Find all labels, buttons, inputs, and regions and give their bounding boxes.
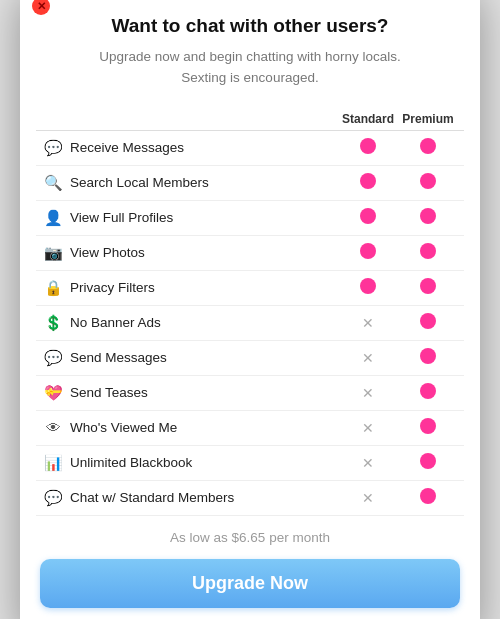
pricing-text: As low as $6.65 per month bbox=[20, 530, 480, 545]
standard-cell bbox=[338, 243, 398, 263]
cross-icon: ✕ bbox=[362, 350, 374, 366]
feature-label: Receive Messages bbox=[66, 140, 338, 155]
feature-label: Who's Viewed Me bbox=[66, 420, 338, 435]
feature-label: Send Messages bbox=[66, 350, 338, 365]
modal-header: Want to chat with other users? Upgrade n… bbox=[20, 0, 480, 98]
dot-pink bbox=[360, 278, 376, 294]
feature-label: Unlimited Blackbook bbox=[66, 455, 338, 470]
table-row: 📷 View Photos bbox=[36, 236, 464, 271]
premium-cell bbox=[398, 278, 458, 298]
cross-icon: ✕ bbox=[362, 385, 374, 401]
blackbook-icon: 📊 bbox=[40, 454, 66, 472]
standard-cell: ✕ bbox=[338, 349, 398, 367]
table-row: 💬 Chat w/ Standard Members ✕ bbox=[36, 481, 464, 516]
dot-pink bbox=[420, 488, 436, 504]
premium-cell bbox=[398, 138, 458, 158]
premium-cell bbox=[398, 383, 458, 403]
feature-label: Search Local Members bbox=[66, 175, 338, 190]
feature-label: View Full Profiles bbox=[66, 210, 338, 225]
dot-pink bbox=[420, 208, 436, 224]
cross-icon: ✕ bbox=[362, 455, 374, 471]
receive-messages-icon: 💬 bbox=[40, 139, 66, 157]
table-row: 🔒 Privacy Filters bbox=[36, 271, 464, 306]
premium-cell bbox=[398, 243, 458, 263]
dot-pink bbox=[420, 418, 436, 434]
dot-pink bbox=[420, 348, 436, 364]
col-header-standard: Standard bbox=[338, 112, 398, 126]
ads-icon: 💲 bbox=[40, 314, 66, 332]
feature-label: No Banner Ads bbox=[66, 315, 338, 330]
dot-pink bbox=[420, 173, 436, 189]
dot-pink bbox=[420, 243, 436, 259]
standard-cell bbox=[338, 173, 398, 193]
dot-pink bbox=[420, 313, 436, 329]
standard-cell: ✕ bbox=[338, 384, 398, 402]
upgrade-modal: ✕ Want to chat with other users? Upgrade… bbox=[20, 0, 480, 619]
dot-pink bbox=[360, 243, 376, 259]
teases-icon: 💝 bbox=[40, 384, 66, 402]
premium-cell bbox=[398, 418, 458, 438]
premium-cell bbox=[398, 313, 458, 333]
table-row: 💝 Send Teases ✕ bbox=[36, 376, 464, 411]
standard-cell bbox=[338, 138, 398, 158]
viewed-me-icon: 👁 bbox=[40, 419, 66, 436]
dot-pink bbox=[420, 278, 436, 294]
premium-cell bbox=[398, 173, 458, 193]
standard-cell: ✕ bbox=[338, 314, 398, 332]
features-table: Standard Premium 💬 Receive Messages 🔍 Se… bbox=[36, 112, 464, 516]
modal-subtitle: Upgrade now and begin chatting with horn… bbox=[44, 47, 456, 88]
dot-pink bbox=[420, 453, 436, 469]
profile-icon: 👤 bbox=[40, 209, 66, 227]
standard-cell: ✕ bbox=[338, 454, 398, 472]
dot-pink bbox=[420, 383, 436, 399]
table-row: 👁 Who's Viewed Me ✕ bbox=[36, 411, 464, 446]
cross-icon: ✕ bbox=[362, 490, 374, 506]
modal-title: Want to chat with other users? bbox=[44, 15, 456, 37]
dot-pink bbox=[420, 138, 436, 154]
privacy-icon: 🔒 bbox=[40, 279, 66, 297]
premium-cell bbox=[398, 453, 458, 473]
table-col-headers: Standard Premium bbox=[36, 112, 464, 126]
table-row: 👤 View Full Profiles bbox=[36, 201, 464, 236]
premium-cell bbox=[398, 488, 458, 508]
feature-label: View Photos bbox=[66, 245, 338, 260]
upgrade-button[interactable]: Upgrade Now bbox=[40, 559, 460, 608]
table-row: 💲 No Banner Ads ✕ bbox=[36, 306, 464, 341]
cross-icon: ✕ bbox=[362, 315, 374, 331]
dot-pink bbox=[360, 138, 376, 154]
table-row: 💬 Send Messages ✕ bbox=[36, 341, 464, 376]
feature-label: Privacy Filters bbox=[66, 280, 338, 295]
feature-label: Chat w/ Standard Members bbox=[66, 490, 338, 505]
col-header-premium: Premium bbox=[398, 112, 458, 126]
table-row: 💬 Receive Messages bbox=[36, 131, 464, 166]
send-msg-icon: 💬 bbox=[40, 349, 66, 367]
cross-icon: ✕ bbox=[362, 420, 374, 436]
premium-cell bbox=[398, 348, 458, 368]
dot-pink bbox=[360, 208, 376, 224]
feature-label: Send Teases bbox=[66, 385, 338, 400]
table-row: 🔍 Search Local Members bbox=[36, 166, 464, 201]
standard-cell: ✕ bbox=[338, 489, 398, 507]
premium-cell bbox=[398, 208, 458, 228]
standard-cell bbox=[338, 208, 398, 228]
dot-pink bbox=[360, 173, 376, 189]
search-icon: 🔍 bbox=[40, 174, 66, 192]
standard-cell: ✕ bbox=[338, 419, 398, 437]
table-row: 📊 Unlimited Blackbook ✕ bbox=[36, 446, 464, 481]
standard-cell bbox=[338, 278, 398, 298]
photos-icon: 📷 bbox=[40, 244, 66, 262]
chat-standard-icon: 💬 bbox=[40, 489, 66, 507]
